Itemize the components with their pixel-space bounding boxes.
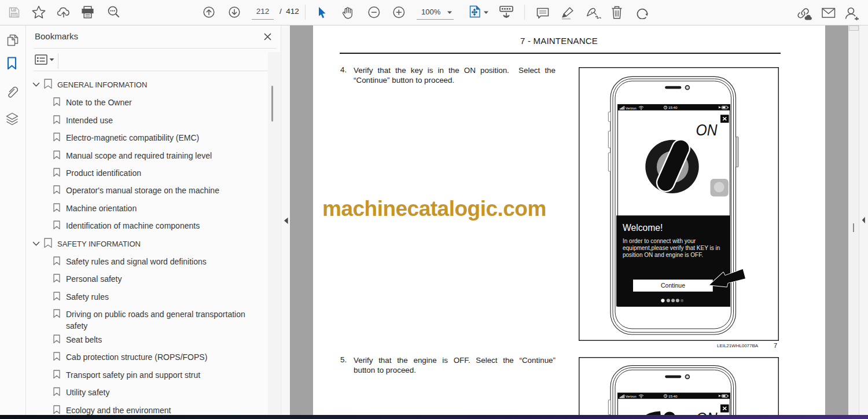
svg-text:ON: ON xyxy=(696,122,718,139)
svg-text:Continue: Continue xyxy=(661,282,685,289)
svg-text:Welcome!: Welcome! xyxy=(623,223,663,233)
svg-text:Verizon: Verizon xyxy=(626,395,637,398)
svg-text:15:40: 15:40 xyxy=(668,394,678,398)
svg-text:15:40: 15:40 xyxy=(668,105,678,109)
svg-text:position ON and engine is OFF.: position ON and engine is OFF. xyxy=(623,252,703,258)
svg-text:In order to connect with your: In order to connect with your xyxy=(623,238,696,244)
svg-text:Verizon: Verizon xyxy=(626,106,637,110)
svg-text:equipment,please verify that K: equipment,please verify that KEY is in xyxy=(623,245,720,251)
